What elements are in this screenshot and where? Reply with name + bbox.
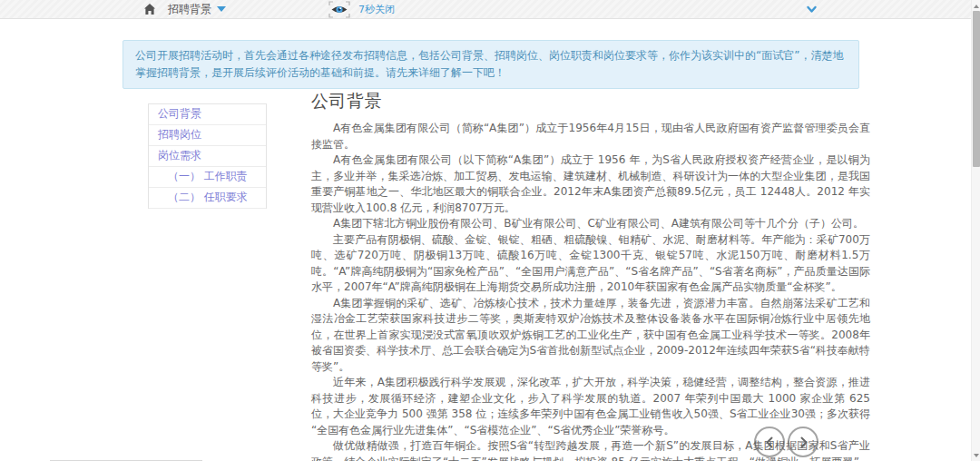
chevron-left-icon (764, 436, 776, 448)
chevron-down-icon[interactable] (806, 4, 818, 15)
paragraph: 做优做精做强，打造百年铜企。按照S省“转型跨越发展，再造一个新S”的发展目标，A… (311, 438, 870, 461)
article-title: 公司背景 (311, 89, 870, 113)
sidebar-item[interactable]: 岗位需求 (149, 146, 266, 167)
paragraph: A集团下辖北方铜业股份有限公司、B矿业有限公司、C矿业有限公司、A建筑有限公司等… (311, 216, 870, 232)
scrollbar-thumb[interactable] (973, 11, 980, 167)
chevron-right-icon (798, 436, 809, 448)
next-page-button[interactable] (788, 427, 818, 457)
article: 公司背景 A有色金属集团有限公司（简称“A集团”）成立于1956年4月15日，现… (311, 89, 870, 461)
top-header-bar: 招聘背景 7秒关闭 (0, 0, 980, 19)
sidebar-item[interactable]: 招聘岗位 (149, 125, 266, 146)
timer-close-label[interactable]: 7秒关闭 (358, 3, 395, 16)
home-icon[interactable] (143, 3, 156, 15)
sidebar-item[interactable]: 公司背景 (149, 104, 266, 125)
paragraph: A有色金属集团有限公司（简称“A集团”）成立于1956年4月15日，现由省人民政… (311, 121, 870, 152)
sidebar-menu: 公司背景招聘岗位岗位需求（一） 工作职责（二） 任职要求 (148, 103, 267, 209)
triangle-down-icon (217, 6, 226, 12)
paragraph: 主要产品有阴极铜、硫酸、金锭、银锭、粗硒、粗硫酸镍、钼精矿、水泥、耐磨材料等。年… (311, 232, 870, 296)
scroll-down-icon[interactable] (974, 454, 979, 457)
sidebar-item[interactable]: （二） 任职要求 (149, 188, 266, 209)
prev-page-button[interactable] (754, 427, 785, 457)
scroll-up-icon[interactable] (974, 5, 979, 8)
paragraph: A集团掌握铜的采矿、选矿、冶炼核心技术，技术力量雄厚，装备先进，资源潜力丰富。自… (311, 296, 870, 376)
section-dropdown[interactable]: 招聘背景 (143, 0, 226, 18)
sidebar-item[interactable]: （一） 工作职责 (149, 167, 266, 188)
article-body: A有色金属集团有限公司（简称“A集团”）成立于1956年4月15日，现由省人民政… (311, 121, 870, 461)
preview-timer-toggle[interactable]: 7秒关闭 (328, 1, 395, 18)
paragraph: 近年来，A集团积极践行科学发展观，深化改革，扩大开放，科学决策，稳健经营，调整结… (311, 375, 870, 438)
eye-preview-icon (328, 1, 350, 18)
page-title[interactable]: 招聘背景 (168, 2, 211, 17)
vertical-scrollbar[interactable] (971, 0, 980, 461)
instruction-alert: 公司开展招聘活动时，首先会通过各种途径发布招聘信息，包括公司背景、招聘岗位、岗位… (122, 40, 859, 89)
paragraph: A有色金属集团有限公司（以下简称“A集团”）成立于 1956 年，为S省人民政府… (311, 152, 870, 216)
